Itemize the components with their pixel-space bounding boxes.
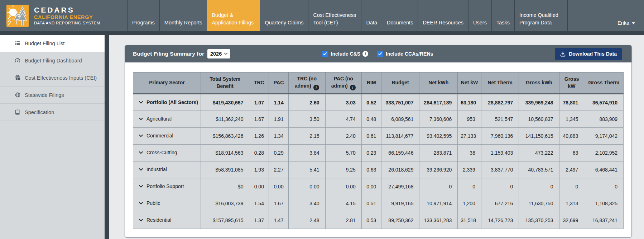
- cedars-logo-icon: [6, 5, 29, 27]
- cell-pac: 1.67: [269, 195, 289, 212]
- gift-icon: [14, 75, 21, 80]
- cell-gross-kwh: 40,783,571: [519, 161, 559, 178]
- sidebar-item-cost-effectiveness-inputs-cei[interactable]: Cost Effectiveness Inputs (CEI): [0, 69, 105, 86]
- nav-item-documents[interactable]: Documents: [382, 0, 418, 31]
- cell-trc-no-admin: 5.41: [288, 161, 325, 178]
- sidebar-item-statewide-filings[interactable]: Statewide Filings: [0, 86, 105, 104]
- cell-net-kwh: 10,971,914: [419, 195, 458, 212]
- cell-trc: 1.37: [249, 212, 269, 229]
- expand-chevron-icon[interactable]: [139, 150, 143, 156]
- cell-net-kw: 63,180: [458, 94, 481, 111]
- cell-net-kw: 2,339: [458, 161, 481, 178]
- cell-gross-kw: 32,699: [559, 212, 584, 229]
- expand-chevron-icon[interactable]: [139, 201, 143, 207]
- info-icon[interactable]: i: [350, 85, 356, 90]
- cell-gross-kwh: 11,630,750: [519, 195, 559, 212]
- chevron-down-icon: [224, 52, 228, 55]
- checkbox-label: Include CCAs/RENs: [386, 51, 433, 57]
- nav-item-quarterly-claims[interactable]: Quarterly Claims: [260, 0, 308, 31]
- checkbox-check-icon: [322, 51, 328, 57]
- col-header-label: Total System Benefit: [210, 76, 240, 89]
- cell-gross-therm: 36,574,910: [584, 94, 624, 111]
- expand-chevron-icon[interactable]: [139, 167, 143, 173]
- checkbox-check-icon: [377, 51, 383, 57]
- checkbox-include-c-s[interactable]: Include C&Si: [322, 51, 368, 57]
- nav-item-label: Monthly Reports: [164, 19, 202, 27]
- panel-title: Budget Filing Summary for: [133, 51, 204, 57]
- cell-net-kwh: 284,617,189: [419, 94, 458, 111]
- book-icon: [14, 109, 21, 115]
- sector-cell: Portfolio (All Sectors): [133, 94, 201, 111]
- cell-trc: 1.54: [249, 195, 269, 212]
- cell-trc-no-admin: 2.15: [288, 128, 325, 145]
- cell-trc: 1.07: [249, 94, 269, 111]
- col-header-label: Primary Sector: [149, 80, 185, 85]
- cell-gross-therm: 1,108,325: [584, 195, 624, 212]
- top-navbar: CEDARS CALIFORNIA ENERGY DATA AND REPORT…: [0, 0, 644, 31]
- cell-budget: 113,814,677: [381, 128, 419, 145]
- cell-net-kwh: 39,236,920: [419, 161, 458, 178]
- cell-net-therm: 1,159,403: [481, 145, 519, 161]
- sidebar-item-budget-filing-list[interactable]: Budget Filing List: [0, 35, 105, 52]
- col-header-rim: RIM: [361, 72, 381, 94]
- expand-chevron-icon[interactable]: [139, 100, 143, 106]
- info-icon[interactable]: i: [362, 51, 368, 57]
- sidebar-scrollbar[interactable]: [105, 35, 109, 239]
- col-header-label: Net kW: [461, 80, 478, 85]
- cell-net-kw: 953: [458, 111, 481, 128]
- year-select[interactable]: 2026: [207, 49, 230, 58]
- nav-item-programs[interactable]: Programs: [127, 0, 159, 31]
- cell-gross-therm: 6,468,441: [584, 161, 624, 178]
- nav-item-tasks[interactable]: Tasks: [491, 0, 514, 31]
- cell-gross-kw: 1,313: [559, 195, 584, 212]
- user-menu[interactable]: Erika: [617, 0, 644, 31]
- cell-trc-no-admin: 2.48: [288, 212, 325, 229]
- cell-net-therm: 677,216: [481, 195, 519, 212]
- cell-net-kw: 38: [458, 145, 481, 161]
- info-icon[interactable]: i: [313, 85, 319, 90]
- expand-chevron-icon[interactable]: [139, 218, 143, 224]
- cell-pac-no-admin: 4.74: [325, 111, 361, 128]
- nav-item-cost-effectiveness-tool-cet[interactable]: Cost Effectiveness Tool (CET): [308, 0, 361, 31]
- sidebar-item-budget-filing-dashboard[interactable]: Budget Filing Dashboard: [0, 52, 105, 69]
- cell-trc: 1.93: [249, 161, 269, 178]
- nav-item-label: Users: [473, 19, 487, 27]
- cell-gross-kw: 63: [559, 145, 584, 161]
- cell-net-therm: 28,882,797: [481, 94, 519, 111]
- cell-gross-kwh: 10,560,837: [519, 111, 559, 128]
- checkbox-include-ccas-rens[interactable]: Include CCAs/RENs: [377, 51, 433, 57]
- expand-chevron-icon[interactable]: [139, 117, 143, 122]
- nav-item-income-qualified-program-data[interactable]: Income Qualified Program Data: [514, 0, 568, 31]
- col-header-label: RIM: [367, 80, 376, 85]
- col-header-pac-no-admin: PAC (no admin)i: [325, 72, 361, 94]
- nav-item-monthly-reports[interactable]: Monthly Reports: [159, 0, 207, 31]
- nav-item-budget-application-filings[interactable]: Budget & Application Filings: [207, 0, 260, 31]
- col-header-label: TRC: [254, 80, 264, 85]
- table-header-row: Primary SectorTotal System BenefitTRCPAC…: [133, 72, 624, 94]
- col-header-total-system-benefit: Total System Benefit: [201, 72, 249, 94]
- nav-item-data[interactable]: Data: [361, 0, 382, 31]
- expand-chevron-icon[interactable]: [139, 184, 143, 190]
- sidebar-item-label: Budget Filing List: [25, 41, 64, 46]
- sector-cell: Commercial: [133, 128, 201, 145]
- cell-gross-kwh: 135,370,253: [519, 212, 559, 229]
- sector-cell: Public: [133, 195, 201, 212]
- sector-cell: Portfolio Support: [133, 178, 201, 195]
- sector-cell: Agricultural: [133, 111, 201, 128]
- nav-item-label: Quarterly Claims: [265, 19, 303, 27]
- cell-trc-no-admin: 0.00: [288, 178, 325, 195]
- cell-budget: 89,250,362: [381, 212, 419, 229]
- panel-header: Budget Filing Summary for 2026 Include C…: [125, 45, 631, 62]
- cell-budget: 6,089,561: [381, 111, 419, 128]
- cell-total-system-benefit: $419,430,667: [201, 94, 249, 111]
- nav-item-deer-resources[interactable]: DEER Resources: [418, 0, 468, 31]
- sidebar-item-specification[interactable]: Specification: [0, 104, 105, 121]
- checkbox-label: Include C&S: [331, 51, 360, 57]
- download-button[interactable]: Download This Data: [555, 48, 622, 60]
- expand-chevron-icon[interactable]: [139, 133, 143, 139]
- nav-item-users[interactable]: Users: [468, 0, 491, 31]
- col-header-label: Net Therm: [488, 80, 513, 85]
- cell-total-system-benefit: $16,003,739: [201, 195, 249, 212]
- col-header-gross-kwh: Gross kWh: [519, 72, 559, 94]
- cell-net-kwh: 93,402,595: [419, 128, 458, 145]
